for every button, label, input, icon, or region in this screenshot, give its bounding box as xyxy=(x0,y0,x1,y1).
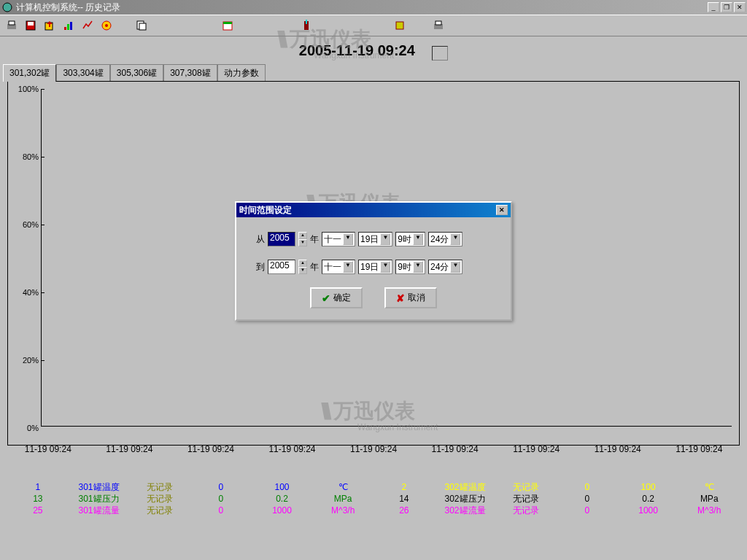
minimize-button[interactable]: _ xyxy=(708,2,719,12)
cell-rec: 无记录 xyxy=(129,481,190,493)
svg-rect-6 xyxy=(64,27,66,30)
calendar-button[interactable] xyxy=(219,17,236,34)
tab-305-306[interactable]: 305,306罐 xyxy=(110,64,163,82)
from-minute-select[interactable]: 24分▼ xyxy=(428,232,462,246)
cell-unit2: M^3/h xyxy=(678,505,740,516)
from-day-select[interactable]: 19日▼ xyxy=(358,232,392,246)
check-icon: ✔ xyxy=(322,292,330,304)
export-button[interactable] xyxy=(41,17,58,34)
xtick-row: 11-19 09:24 11-19 09:24 11-19 09:24 11-1… xyxy=(7,444,740,454)
config-button[interactable] xyxy=(391,17,409,34)
ytick-100: 100% xyxy=(18,85,39,93)
cell-val2: 0.2 xyxy=(618,493,679,505)
window-title: 计算机控制系统-- 历史记录 xyxy=(16,1,708,14)
cell-name: 301罐流量 xyxy=(69,505,130,516)
cell-low2: 0 xyxy=(557,493,618,505)
trend-button[interactable] xyxy=(79,17,96,34)
svg-rect-7 xyxy=(67,24,69,30)
tab-303-304[interactable]: 303,304罐 xyxy=(56,64,109,82)
to-year-input[interactable]: 2005 xyxy=(268,260,295,274)
to-hour-select[interactable]: 9时▼ xyxy=(395,260,425,274)
cell-id2: 26 xyxy=(374,505,435,516)
close-button[interactable]: ✕ xyxy=(734,2,746,12)
table-row: 13 301罐压力 无记录 0 0.2 MPa 14 302罐压力 无记录 0 … xyxy=(7,493,740,505)
exit-button[interactable] xyxy=(298,17,315,34)
to-month-select[interactable]: 十一▼ xyxy=(322,260,355,274)
cell-low: 0 xyxy=(190,505,252,516)
tab-301-302[interactable]: 301,302罐 xyxy=(3,64,56,82)
svg-rect-4 xyxy=(28,22,34,26)
tab-307-308[interactable]: 307,308罐 xyxy=(163,64,217,82)
from-row: 从 2005 ▲▼ 年 十一▼ 19日▼ 9时▼ 24分▼ xyxy=(247,232,500,246)
chart-button[interactable] xyxy=(60,17,77,34)
svg-rect-14 xyxy=(223,22,232,24)
svg-rect-16 xyxy=(396,22,403,29)
cell-val2: 1000 xyxy=(618,505,679,516)
xtick: 11-19 09:24 xyxy=(170,444,252,454)
dialog-close-button[interactable]: ✕ xyxy=(496,205,508,215)
xtick: 11-19 09:24 xyxy=(333,444,414,454)
tab-power[interactable]: 动力参数 xyxy=(217,64,266,82)
year-suffix: 年 xyxy=(310,261,319,273)
xtick: 11-19 09:24 xyxy=(659,444,740,454)
table-row: 25 301罐流量 无记录 0 1000 M^3/h 26 302罐流量 无记录… xyxy=(7,505,740,516)
cell-rec: 无记录 xyxy=(129,505,190,516)
to-minute-select[interactable]: 24分▼ xyxy=(428,260,462,274)
cell-rec: 无记录 xyxy=(129,493,190,505)
dialog-titlebar: 时间范围设定 ✕ xyxy=(236,203,511,217)
cancel-button[interactable]: ✘取消 xyxy=(384,287,437,308)
xtick: 11-19 09:24 xyxy=(7,444,89,454)
print-button[interactable] xyxy=(3,17,20,34)
cell-name2: 302罐压力 xyxy=(435,493,496,505)
xtick: 11-19 09:24 xyxy=(577,444,659,454)
copy-button[interactable] xyxy=(133,17,150,34)
cell-id: 13 xyxy=(7,493,69,505)
from-year-input[interactable]: 2005 xyxy=(268,232,295,246)
data-table: 1 301罐温度 无记录 0 100 ℃ 2 302罐温度 无记录 0 100 … xyxy=(7,481,740,516)
from-month-select[interactable]: 十一▼ xyxy=(322,232,355,246)
cell-low: 0 xyxy=(190,493,252,505)
maximize-button[interactable]: ❐ xyxy=(721,2,732,12)
ytick-60: 60% xyxy=(23,220,39,229)
svg-rect-2 xyxy=(9,21,15,25)
xtick: 11-19 09:24 xyxy=(252,444,333,454)
ytick-80: 80% xyxy=(23,152,39,161)
alarm-button[interactable] xyxy=(98,17,115,34)
cell-name: 301罐温度 xyxy=(69,481,130,493)
page-timestamp: 2005-11-19 09:24 xyxy=(299,42,415,59)
cell-low: 0 xyxy=(190,481,252,493)
table-row: 1 301罐温度 无记录 0 100 ℃ 2 302罐温度 无记录 0 100 … xyxy=(7,481,740,493)
cell-name2: 302罐流量 xyxy=(435,505,496,516)
cell-id2: 2 xyxy=(374,481,435,493)
window-titlebar: 计算机控制系统-- 历史记录 _ ❐ ✕ xyxy=(0,0,747,15)
cell-name: 301罐压力 xyxy=(69,493,130,505)
xtick: 11-19 09:24 xyxy=(89,444,171,454)
cell-rec2: 无记录 xyxy=(495,505,557,516)
cell-rec2: 无记录 xyxy=(495,493,557,505)
print2-button[interactable] xyxy=(430,17,447,34)
cell-unit: M^3/h xyxy=(312,505,374,516)
svg-rect-8 xyxy=(70,22,72,30)
from-hour-select[interactable]: 9时▼ xyxy=(395,232,425,246)
to-day-select[interactable]: 19日▼ xyxy=(358,260,392,274)
ytick-0: 0% xyxy=(27,424,39,432)
cell-val2: 100 xyxy=(618,481,679,493)
cell-val: 0.2 xyxy=(252,493,313,505)
dialog-title: 时间范围设定 xyxy=(239,204,496,217)
from-year-spinner[interactable]: ▲▼ xyxy=(298,232,307,246)
timestamp-box[interactable] xyxy=(432,46,448,61)
cell-id2: 14 xyxy=(374,493,435,505)
svg-rect-12 xyxy=(139,23,146,30)
toolbar xyxy=(0,15,747,36)
from-label: 从 xyxy=(247,233,265,246)
cell-unit2: MPa xyxy=(678,493,740,505)
to-year-spinner[interactable]: ▲▼ xyxy=(298,260,307,274)
year-suffix: 年 xyxy=(310,233,319,246)
app-icon xyxy=(1,1,13,13)
save-button[interactable] xyxy=(22,17,39,34)
ok-button[interactable]: ✔确定 xyxy=(310,287,363,308)
ytick-40: 40% xyxy=(23,288,39,297)
svg-rect-18 xyxy=(436,21,441,25)
x-icon: ✘ xyxy=(396,292,405,304)
cell-unit: MPa xyxy=(312,493,374,505)
